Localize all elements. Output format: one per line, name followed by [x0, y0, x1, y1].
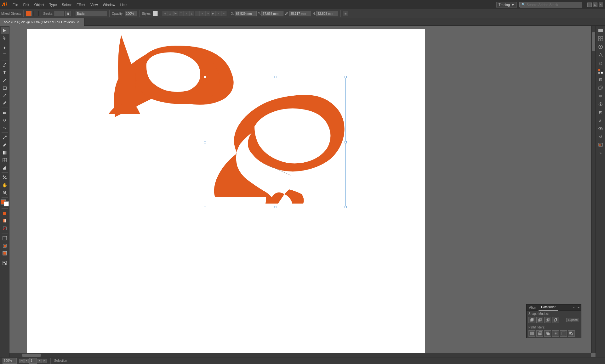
eraser-tool[interactable]: [1, 109, 9, 116]
zoom-input[interactable]: [3, 358, 17, 364]
fill-mode-btn[interactable]: [1, 210, 9, 217]
stroke-color-box[interactable]: [33, 11, 38, 16]
prev-page-btn[interactable]: ◄: [24, 359, 29, 363]
align-right-icon[interactable]: ⊢: [173, 11, 178, 16]
pen-tool[interactable]: [1, 62, 9, 69]
menu-edit[interactable]: Edit: [21, 2, 32, 8]
fill-color-box[interactable]: [26, 11, 31, 16]
panel-close-icon[interactable]: ≡: [576, 305, 581, 310]
menu-window[interactable]: Window: [100, 2, 118, 8]
trim-btn[interactable]: [536, 330, 543, 337]
menu-view[interactable]: View: [88, 2, 100, 8]
minimize-button[interactable]: ─: [587, 3, 592, 7]
scale-tool[interactable]: ⤡: [1, 124, 9, 131]
more-options-icon[interactable]: ⊞: [343, 11, 348, 16]
stroke-indicator[interactable]: [4, 201, 9, 206]
opacity-input[interactable]: [125, 11, 137, 16]
tab-close-button[interactable]: ✕: [77, 20, 80, 24]
vertical-scrollbar[interactable]: [591, 26, 596, 353]
panel-cc-btn[interactable]: [596, 43, 605, 50]
panel-glyphs-btn[interactable]: A: [596, 117, 605, 124]
dist3-icon[interactable]: ≡: [216, 11, 221, 16]
draw-mode-behind[interactable]: [1, 250, 9, 257]
stroke-style-input[interactable]: [76, 11, 107, 16]
minus-back-btn[interactable]: [568, 330, 575, 337]
type-tool[interactable]: T: [1, 69, 9, 76]
maximize-button[interactable]: □: [593, 3, 597, 7]
w-input[interactable]: [289, 11, 311, 16]
scissors-tool[interactable]: [1, 174, 9, 181]
panel-expand-btn[interactable]: »: [596, 150, 605, 157]
zoom-tool[interactable]: [1, 189, 9, 196]
line-tool[interactable]: [1, 77, 9, 84]
direct-selection-tool[interactable]: [1, 35, 9, 42]
none-mode-btn[interactable]: [1, 225, 9, 232]
panel-artboards-btn[interactable]: [596, 35, 605, 42]
dist-h-icon[interactable]: ⫠: [195, 11, 200, 16]
panel-history-btn[interactable]: ↺: [596, 133, 605, 140]
mesh-tool[interactable]: [1, 157, 9, 164]
ring-shape[interactable]: [206, 78, 346, 207]
pathfinder-tab[interactable]: Pathfinder: [539, 305, 558, 311]
fill-stroke-indicator[interactable]: [1, 199, 9, 206]
search-stock-box[interactable]: 🔍: [519, 2, 582, 8]
x-input[interactable]: [235, 11, 257, 16]
horizontal-scrollbar[interactable]: [9, 353, 591, 357]
align-center-h-icon[interactable]: ⊥: [168, 11, 173, 16]
menu-select[interactable]: Select: [59, 2, 74, 8]
menu-effect[interactable]: Effect: [74, 2, 88, 8]
panel-links-btn[interactable]: ⊡: [596, 76, 605, 83]
menu-object[interactable]: Object: [32, 2, 47, 8]
scroll-thumb-vertical[interactable]: [592, 32, 595, 51]
search-stock-input[interactable]: [527, 3, 580, 7]
document-tab[interactable]: hole (CS6).ai* @ 600% (CMYK/GPU Preview)…: [0, 18, 84, 26]
panel-align-btn[interactable]: [596, 101, 605, 108]
align-top-icon[interactable]: ⊤: [179, 11, 184, 16]
panel-info-btn[interactable]: [596, 142, 605, 148]
divide-btn[interactable]: [528, 330, 535, 337]
panel-layers-btn[interactable]: [596, 27, 605, 34]
intersect-btn[interactable]: [544, 317, 551, 323]
panel-transform-btn[interactable]: [596, 84, 605, 91]
dist-v2-icon[interactable]: ⫢: [211, 11, 216, 16]
dist-h2-icon[interactable]: ⫡: [205, 11, 210, 16]
align-tab[interactable]: Align: [527, 305, 539, 310]
dist4-icon[interactable]: ≡: [221, 11, 226, 16]
y-input[interactable]: [261, 11, 283, 16]
menu-type[interactable]: Type: [47, 2, 60, 8]
rotate-tool[interactable]: ↺: [1, 117, 9, 124]
dist-v-icon[interactable]: ⫟: [200, 11, 205, 16]
lasso-tool[interactable]: ⌒: [1, 52, 9, 59]
scroll-thumb-horizontal[interactable]: [22, 354, 41, 357]
close-button[interactable]: ✕: [599, 3, 603, 7]
hand-tool[interactable]: ✋: [1, 182, 9, 188]
panel-expand-icon[interactable]: »: [571, 305, 576, 310]
magic-wand-tool[interactable]: ✦: [1, 44, 9, 51]
blend-tool[interactable]: [1, 134, 9, 141]
expand-btn[interactable]: Expand: [566, 318, 579, 322]
align-center-v-icon[interactable]: ⊦: [184, 11, 189, 16]
align-bottom-icon[interactable]: ⊥: [189, 11, 194, 16]
paintbrush-tool[interactable]: [1, 92, 9, 99]
workspace-selector[interactable]: Tracing ▼: [496, 2, 517, 8]
artboard-tool[interactable]: [1, 260, 9, 266]
panel-brushes-btn[interactable]: ◎: [596, 60, 605, 67]
exclude-btn[interactable]: [552, 317, 559, 323]
panel-appearance-btn[interactable]: ⊕: [596, 92, 605, 99]
menu-file[interactable]: File: [10, 2, 21, 8]
panel-imagetr-btn[interactable]: ◩: [596, 109, 605, 116]
stroke-input[interactable]: [54, 11, 64, 16]
page-input[interactable]: [29, 358, 37, 364]
first-page-btn[interactable]: |◄: [19, 359, 24, 363]
align-left-icon[interactable]: ⊣: [163, 11, 168, 16]
chart-tool[interactable]: [1, 164, 9, 171]
gradient-tool[interactable]: [1, 149, 9, 156]
next-page-btn[interactable]: ►: [37, 359, 42, 363]
outline-btn[interactable]: [560, 330, 567, 337]
last-page-btn[interactable]: ►|: [43, 359, 47, 363]
crop-btn[interactable]: [552, 330, 559, 337]
h-input[interactable]: [316, 11, 338, 16]
merge-btn[interactable]: [544, 330, 551, 337]
panel-swatches-btn[interactable]: [596, 68, 605, 75]
eyedropper-tool[interactable]: [1, 142, 9, 148]
